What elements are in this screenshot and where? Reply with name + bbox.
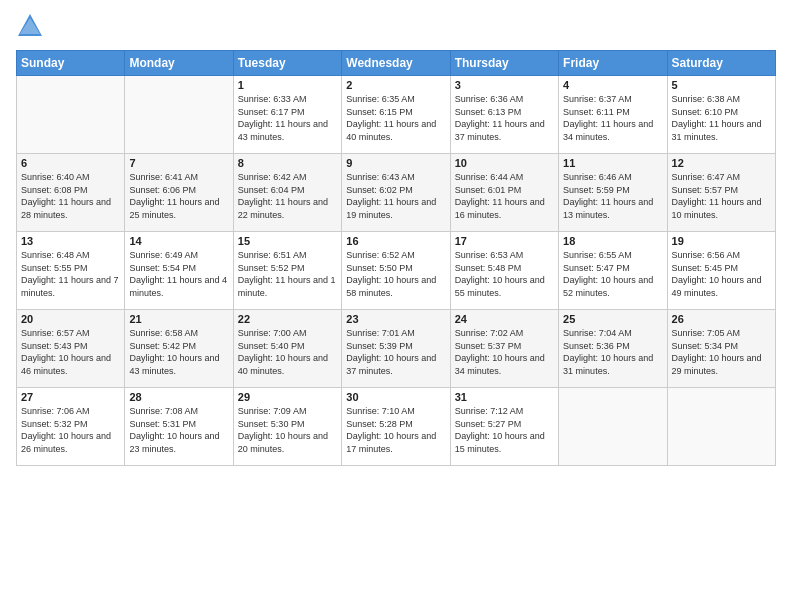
calendar-cell: 9Sunrise: 6:43 AM Sunset: 6:02 PM Daylig…: [342, 154, 450, 232]
day-info: Sunrise: 6:35 AM Sunset: 6:15 PM Dayligh…: [346, 93, 445, 143]
calendar-cell: 30Sunrise: 7:10 AM Sunset: 5:28 PM Dayli…: [342, 388, 450, 466]
day-number: 5: [672, 79, 771, 91]
calendar-cell: 23Sunrise: 7:01 AM Sunset: 5:39 PM Dayli…: [342, 310, 450, 388]
day-info: Sunrise: 6:51 AM Sunset: 5:52 PM Dayligh…: [238, 249, 337, 299]
header-monday: Monday: [125, 51, 233, 76]
calendar-cell: [667, 388, 775, 466]
day-info: Sunrise: 6:52 AM Sunset: 5:50 PM Dayligh…: [346, 249, 445, 299]
day-info: Sunrise: 6:58 AM Sunset: 5:42 PM Dayligh…: [129, 327, 228, 377]
header-thursday: Thursday: [450, 51, 558, 76]
calendar-week-4: 20Sunrise: 6:57 AM Sunset: 5:43 PM Dayli…: [17, 310, 776, 388]
calendar-cell: 12Sunrise: 6:47 AM Sunset: 5:57 PM Dayli…: [667, 154, 775, 232]
day-number: 12: [672, 157, 771, 169]
day-number: 21: [129, 313, 228, 325]
calendar-cell: [125, 76, 233, 154]
day-number: 3: [455, 79, 554, 91]
day-number: 28: [129, 391, 228, 403]
day-info: Sunrise: 7:06 AM Sunset: 5:32 PM Dayligh…: [21, 405, 120, 455]
day-info: Sunrise: 6:37 AM Sunset: 6:11 PM Dayligh…: [563, 93, 662, 143]
calendar-body: 1Sunrise: 6:33 AM Sunset: 6:17 PM Daylig…: [17, 76, 776, 466]
day-number: 26: [672, 313, 771, 325]
calendar-week-5: 27Sunrise: 7:06 AM Sunset: 5:32 PM Dayli…: [17, 388, 776, 466]
day-number: 2: [346, 79, 445, 91]
calendar-cell: 7Sunrise: 6:41 AM Sunset: 6:06 PM Daylig…: [125, 154, 233, 232]
day-number: 1: [238, 79, 337, 91]
day-info: Sunrise: 6:48 AM Sunset: 5:55 PM Dayligh…: [21, 249, 120, 299]
day-info: Sunrise: 7:01 AM Sunset: 5:39 PM Dayligh…: [346, 327, 445, 377]
day-number: 24: [455, 313, 554, 325]
day-info: Sunrise: 6:47 AM Sunset: 5:57 PM Dayligh…: [672, 171, 771, 221]
day-number: 16: [346, 235, 445, 247]
day-number: 22: [238, 313, 337, 325]
calendar-table: Sunday Monday Tuesday Wednesday Thursday…: [16, 50, 776, 466]
day-info: Sunrise: 6:55 AM Sunset: 5:47 PM Dayligh…: [563, 249, 662, 299]
day-number: 9: [346, 157, 445, 169]
day-number: 8: [238, 157, 337, 169]
day-number: 13: [21, 235, 120, 247]
day-info: Sunrise: 6:44 AM Sunset: 6:01 PM Dayligh…: [455, 171, 554, 221]
calendar-week-1: 1Sunrise: 6:33 AM Sunset: 6:17 PM Daylig…: [17, 76, 776, 154]
header-friday: Friday: [559, 51, 667, 76]
calendar-cell: 20Sunrise: 6:57 AM Sunset: 5:43 PM Dayli…: [17, 310, 125, 388]
calendar-cell: 25Sunrise: 7:04 AM Sunset: 5:36 PM Dayli…: [559, 310, 667, 388]
calendar-cell: 28Sunrise: 7:08 AM Sunset: 5:31 PM Dayli…: [125, 388, 233, 466]
day-info: Sunrise: 6:42 AM Sunset: 6:04 PM Dayligh…: [238, 171, 337, 221]
day-info: Sunrise: 6:38 AM Sunset: 6:10 PM Dayligh…: [672, 93, 771, 143]
calendar-cell: 18Sunrise: 6:55 AM Sunset: 5:47 PM Dayli…: [559, 232, 667, 310]
calendar-cell: 1Sunrise: 6:33 AM Sunset: 6:17 PM Daylig…: [233, 76, 341, 154]
day-info: Sunrise: 7:00 AM Sunset: 5:40 PM Dayligh…: [238, 327, 337, 377]
calendar-cell: 15Sunrise: 6:51 AM Sunset: 5:52 PM Dayli…: [233, 232, 341, 310]
day-info: Sunrise: 6:43 AM Sunset: 6:02 PM Dayligh…: [346, 171, 445, 221]
day-info: Sunrise: 6:36 AM Sunset: 6:13 PM Dayligh…: [455, 93, 554, 143]
header-row: Sunday Monday Tuesday Wednesday Thursday…: [17, 51, 776, 76]
day-number: 6: [21, 157, 120, 169]
day-number: 18: [563, 235, 662, 247]
calendar-cell: [17, 76, 125, 154]
calendar-cell: 22Sunrise: 7:00 AM Sunset: 5:40 PM Dayli…: [233, 310, 341, 388]
day-info: Sunrise: 7:08 AM Sunset: 5:31 PM Dayligh…: [129, 405, 228, 455]
calendar-cell: 3Sunrise: 6:36 AM Sunset: 6:13 PM Daylig…: [450, 76, 558, 154]
day-number: 4: [563, 79, 662, 91]
day-info: Sunrise: 6:41 AM Sunset: 6:06 PM Dayligh…: [129, 171, 228, 221]
calendar-cell: [559, 388, 667, 466]
calendar-cell: 16Sunrise: 6:52 AM Sunset: 5:50 PM Dayli…: [342, 232, 450, 310]
day-number: 31: [455, 391, 554, 403]
calendar-cell: 19Sunrise: 6:56 AM Sunset: 5:45 PM Dayli…: [667, 232, 775, 310]
calendar-cell: 26Sunrise: 7:05 AM Sunset: 5:34 PM Dayli…: [667, 310, 775, 388]
day-number: 23: [346, 313, 445, 325]
day-info: Sunrise: 7:12 AM Sunset: 5:27 PM Dayligh…: [455, 405, 554, 455]
calendar-cell: 11Sunrise: 6:46 AM Sunset: 5:59 PM Dayli…: [559, 154, 667, 232]
header-saturday: Saturday: [667, 51, 775, 76]
calendar-cell: 10Sunrise: 6:44 AM Sunset: 6:01 PM Dayli…: [450, 154, 558, 232]
page-container: Sunday Monday Tuesday Wednesday Thursday…: [0, 0, 792, 474]
logo-icon: [16, 12, 44, 40]
day-number: 20: [21, 313, 120, 325]
calendar-cell: 17Sunrise: 6:53 AM Sunset: 5:48 PM Dayli…: [450, 232, 558, 310]
day-info: Sunrise: 6:57 AM Sunset: 5:43 PM Dayligh…: [21, 327, 120, 377]
day-info: Sunrise: 7:05 AM Sunset: 5:34 PM Dayligh…: [672, 327, 771, 377]
day-number: 30: [346, 391, 445, 403]
calendar-week-2: 6Sunrise: 6:40 AM Sunset: 6:08 PM Daylig…: [17, 154, 776, 232]
svg-marker-1: [20, 18, 40, 34]
header: [16, 12, 776, 40]
logo: [16, 12, 46, 40]
day-number: 11: [563, 157, 662, 169]
calendar-cell: 27Sunrise: 7:06 AM Sunset: 5:32 PM Dayli…: [17, 388, 125, 466]
day-info: Sunrise: 6:56 AM Sunset: 5:45 PM Dayligh…: [672, 249, 771, 299]
day-number: 15: [238, 235, 337, 247]
calendar-cell: 29Sunrise: 7:09 AM Sunset: 5:30 PM Dayli…: [233, 388, 341, 466]
day-info: Sunrise: 7:10 AM Sunset: 5:28 PM Dayligh…: [346, 405, 445, 455]
day-number: 27: [21, 391, 120, 403]
day-number: 29: [238, 391, 337, 403]
day-number: 14: [129, 235, 228, 247]
calendar-cell: 4Sunrise: 6:37 AM Sunset: 6:11 PM Daylig…: [559, 76, 667, 154]
calendar-header: Sunday Monday Tuesday Wednesday Thursday…: [17, 51, 776, 76]
calendar-cell: 21Sunrise: 6:58 AM Sunset: 5:42 PM Dayli…: [125, 310, 233, 388]
day-info: Sunrise: 7:04 AM Sunset: 5:36 PM Dayligh…: [563, 327, 662, 377]
day-number: 19: [672, 235, 771, 247]
day-info: Sunrise: 6:40 AM Sunset: 6:08 PM Dayligh…: [21, 171, 120, 221]
calendar-cell: 13Sunrise: 6:48 AM Sunset: 5:55 PM Dayli…: [17, 232, 125, 310]
header-wednesday: Wednesday: [342, 51, 450, 76]
calendar-cell: 31Sunrise: 7:12 AM Sunset: 5:27 PM Dayli…: [450, 388, 558, 466]
header-tuesday: Tuesday: [233, 51, 341, 76]
